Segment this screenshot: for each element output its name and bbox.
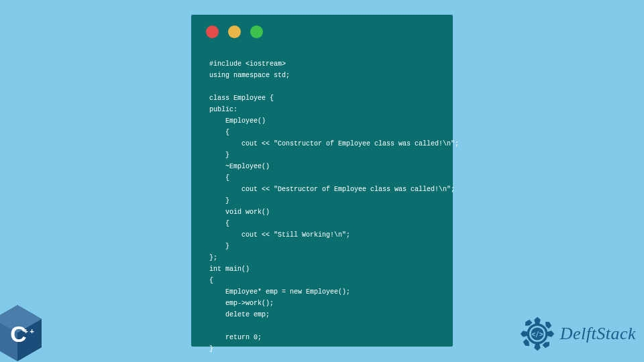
maximize-icon — [250, 25, 263, 38]
delftstack-logo: </> DelftStack — [517, 314, 636, 354]
cpp-plus-top2: + — [30, 327, 34, 335]
traffic-lights — [191, 15, 453, 38]
delftstack-brand-text: DelftStack — [560, 324, 636, 344]
delftstack-gear-icon: </> — [517, 314, 557, 354]
code-window: #include <iostream> using namespace std;… — [191, 15, 453, 347]
cpp-hexagon-icon: C + + — [0, 304, 44, 362]
minimize-icon — [228, 25, 241, 38]
close-icon — [206, 25, 219, 38]
cpp-plus-top: + — [23, 327, 28, 335]
code-content: #include <iostream> using namespace std;… — [191, 38, 453, 355]
cpp-logo: C + + — [0, 304, 52, 362]
svg-text:</>: </> — [531, 330, 543, 338]
